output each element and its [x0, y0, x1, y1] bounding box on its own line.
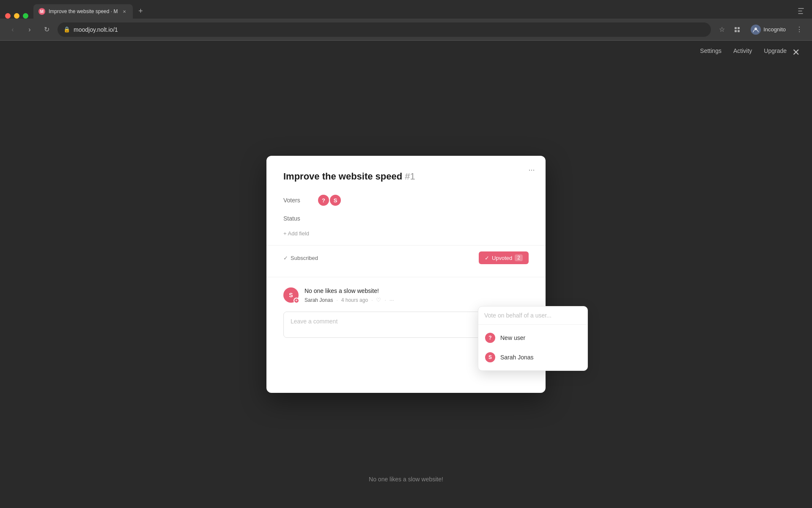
- voters-label: Voters: [283, 197, 317, 204]
- page-content: Settings Activity Upgrade ✕ No one likes…: [0, 41, 812, 508]
- upvote-button[interactable]: ✓ Upvoted 2: [479, 251, 529, 264]
- check-icon: ✓: [283, 255, 288, 261]
- voter-item-avatar-s: S: [484, 351, 496, 363]
- voter-search-input[interactable]: [484, 312, 582, 319]
- upvote-label: Upvoted: [492, 255, 512, 261]
- comment-more-button[interactable]: ···: [390, 297, 394, 303]
- voter-list: ? New user S Sarah Jonas: [478, 325, 587, 370]
- extensions-button[interactable]: [731, 24, 743, 36]
- ellipsis-icon: ···: [528, 166, 535, 174]
- traffic-lights: [5, 13, 28, 19]
- modal: ··· Improve the website speed #1 Voters …: [266, 156, 546, 393]
- voter-avatar-s[interactable]: S: [329, 194, 342, 207]
- traffic-light-green[interactable]: [23, 13, 28, 19]
- comment-meta: Sarah Jonas · 4 hours ago · ♡ · ···: [304, 297, 529, 303]
- modal-title-text: Improve the website speed: [283, 171, 402, 182]
- svg-rect-0: [735, 27, 737, 29]
- reload-button[interactable]: ↻: [41, 24, 52, 36]
- voter-avatar-question[interactable]: ?: [317, 194, 330, 207]
- comment-text: No one likes a slow website!: [304, 287, 529, 294]
- star-button[interactable]: ☆: [716, 24, 728, 36]
- voter-item-new-user-label: New user: [500, 334, 525, 341]
- check-icon-upvote: ✓: [485, 255, 489, 261]
- comment-time: 4 hours ago: [341, 297, 368, 303]
- browser-chrome: M Improve the website speed · M ✕ + ‹ › …: [0, 0, 812, 41]
- lock-icon: 🔒: [63, 26, 70, 33]
- tab-bar: M Improve the website speed · M ✕ +: [0, 0, 812, 19]
- forward-icon: ›: [28, 26, 30, 33]
- back-icon: ‹: [11, 26, 14, 33]
- tab-close-button[interactable]: ✕: [121, 8, 128, 15]
- active-tab[interactable]: M Improve the website speed · M ✕: [33, 4, 133, 19]
- toolbar-right: ☆ Incognito ⋮: [716, 23, 805, 36]
- add-field-button[interactable]: + Add field: [283, 230, 529, 237]
- menu-button[interactable]: ⋮: [793, 24, 805, 36]
- tab-favicon-letter: M: [40, 9, 44, 14]
- forward-button[interactable]: ›: [24, 24, 36, 36]
- tab-title: Improve the website speed · M: [49, 8, 118, 14]
- comment-author: Sarah Jonas: [304, 297, 333, 303]
- comment-like-button[interactable]: ♡: [376, 297, 381, 303]
- modal-more-button[interactable]: ···: [525, 163, 538, 176]
- comment-dot-2: ·: [371, 297, 373, 303]
- voter-item-sarah[interactable]: S Sarah Jonas: [478, 348, 587, 367]
- tab-favicon: M: [38, 8, 45, 15]
- subscribed-label: Subscribed: [291, 255, 318, 261]
- new-tab-button[interactable]: +: [134, 5, 146, 17]
- voter-item-new-user[interactable]: ? New user: [478, 328, 587, 348]
- voter-item-avatar-question: ?: [484, 332, 496, 344]
- address-bar[interactable]: 🔒 moodjoy.nolt.io/1: [58, 22, 711, 37]
- tab-search-button[interactable]: [795, 5, 807, 17]
- status-field-row: Status: [283, 215, 529, 222]
- voters-field-row: Voters ? S: [283, 194, 529, 207]
- modal-body: Improve the website speed #1 Voters ? S …: [266, 156, 546, 237]
- profile-label: Incognito: [763, 26, 786, 33]
- modal-title: Improve the website speed #1: [283, 171, 529, 182]
- profile-button[interactable]: Incognito: [746, 23, 790, 36]
- voter-search: [478, 306, 587, 325]
- subscribed-button[interactable]: ✓ Subscribed: [283, 255, 318, 261]
- menu-icon: ⋮: [796, 25, 803, 33]
- comment-avatar-add-icon: +: [294, 298, 299, 304]
- address-bar-row: ‹ › ↻ 🔒 moodjoy.nolt.io/1 ☆: [0, 19, 812, 41]
- comment-author-avatar: S +: [283, 287, 299, 303]
- voters-value[interactable]: ? S: [317, 194, 342, 207]
- reload-icon: ↻: [44, 25, 49, 33]
- comment-dot-1: ·: [336, 297, 337, 303]
- modal-footer: ✓ Subscribed ✓ Upvoted 2: [266, 246, 546, 270]
- star-icon: ☆: [719, 25, 725, 33]
- issue-number: #1: [405, 171, 415, 182]
- traffic-light-red[interactable]: [5, 13, 11, 19]
- modal-overlay: ··· Improve the website speed #1 Voters …: [0, 41, 812, 508]
- address-text: moodjoy.nolt.io/1: [74, 26, 705, 33]
- status-label: Status: [283, 215, 317, 222]
- svg-rect-1: [738, 27, 740, 29]
- svg-rect-3: [738, 30, 740, 32]
- upvote-count: 2: [515, 254, 523, 261]
- voter-item-sarah-label: Sarah Jonas: [500, 354, 534, 361]
- comment-item: S + No one likes a slow website! Sarah J…: [283, 287, 529, 303]
- svg-rect-2: [735, 30, 737, 32]
- comment-avatar-initial: S: [289, 292, 293, 298]
- back-button[interactable]: ‹: [7, 24, 19, 36]
- traffic-light-yellow[interactable]: [14, 13, 19, 19]
- comment-dot-3: ·: [384, 297, 386, 303]
- profile-icon: [751, 25, 761, 35]
- comment-content: No one likes a slow website! Sarah Jonas…: [304, 287, 529, 303]
- voter-dropdown: ? New user S Sarah Jonas: [478, 306, 588, 371]
